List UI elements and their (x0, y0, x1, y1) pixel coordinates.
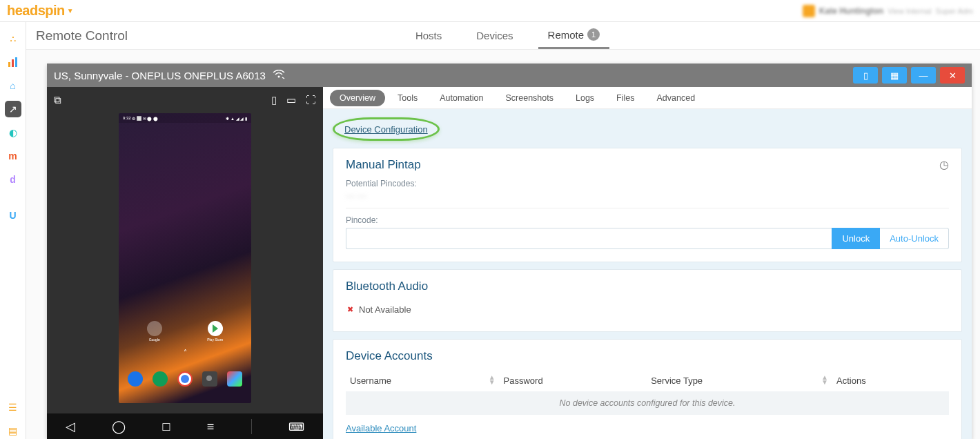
dock-gallery-icon[interactable] (227, 371, 242, 387)
fullscreen-icon[interactable]: ⛶ (306, 94, 316, 106)
bluetooth-heading: Bluetooth Audio (346, 280, 949, 293)
svg-rect-2 (15, 57, 17, 67)
status-right-icons: ✱ ▲ ◢ ◢ ▮ (226, 116, 247, 121)
app-google-label: Google (149, 338, 160, 342)
nav-p-icon[interactable]: ◐ (5, 124, 21, 141)
bluetooth-card: Bluetooth Audio ✖ Not Available (333, 269, 962, 332)
panel-tabs: Overview Tools Automation Screenshots Lo… (323, 87, 972, 109)
col-actions: Actions (832, 370, 949, 391)
sort-icon: ▲▼ (489, 375, 496, 384)
dock-phone-icon[interactable] (128, 371, 143, 387)
page-title: Remote Control (36, 28, 128, 43)
auto-unlock-button[interactable]: Auto-Unlock (880, 228, 949, 249)
app-playstore-label: Play Store (207, 338, 223, 342)
device-swap-icon[interactable]: ⧉ (54, 94, 61, 106)
svg-rect-0 (8, 62, 10, 67)
ptab-automation[interactable]: Automation (430, 90, 493, 106)
user-name: Kate Huntington (819, 6, 883, 16)
device-config-highlight: Device Configuration (333, 117, 440, 141)
svg-point-3 (277, 75, 280, 77)
keyboard-icon[interactable]: ⌨ (288, 420, 304, 433)
col-username[interactable]: Username▲▼ (346, 370, 500, 391)
status-left-icons: ⚙ ⬜ ✉ ⬤ ⬤ (132, 116, 158, 121)
user-menu[interactable]: Kate Huntington View Internal Super Adm (803, 5, 973, 17)
sub-header: Remote Control Hosts Devices Remote 1 (26, 22, 980, 50)
sort-icon: ▲▼ (821, 375, 828, 384)
col-service[interactable]: Service Type▲▼ (647, 370, 832, 391)
user-avatar-icon (803, 5, 815, 17)
nav-org-icon[interactable]: ⛬ (5, 30, 21, 47)
ptab-tools[interactable]: Tools (388, 90, 427, 106)
potential-pincodes-values: ···· ···· (346, 191, 949, 201)
app-google[interactable]: Google (147, 321, 162, 344)
nav-d-icon[interactable]: d (5, 171, 21, 188)
minimize-button[interactable]: — (911, 67, 936, 84)
accounts-heading: Device Accounts (346, 349, 949, 363)
phone-dock (119, 371, 251, 387)
tab-devices[interactable]: Devices (467, 22, 522, 49)
bluetooth-status: Not Available (359, 304, 411, 315)
ptab-advanced[interactable]: Advanced (647, 90, 705, 106)
pincode-label: Pincode: (346, 215, 949, 225)
android-nav-bar: ◁ ◯ □ ≡ ⌨ (47, 413, 323, 439)
device-window: US, Sunnyvale - ONEPLUS ONEPLUS A6013 ▯ … (47, 64, 972, 439)
history-icon[interactable]: ◷ (939, 158, 949, 171)
tab-hosts[interactable]: Hosts (406, 22, 451, 49)
potential-pincodes-label: Potential Pincodes: (346, 179, 949, 188)
close-button[interactable]: ✕ (940, 67, 965, 84)
remote-count-badge: 1 (587, 28, 600, 41)
ptab-logs[interactable]: Logs (566, 90, 604, 106)
left-nav-rail: ⛬ ⌂ ↗ ◐ m d U ☰ ▤ (0, 22, 26, 439)
pintap-heading: Manual Pintap (346, 158, 949, 172)
nav-menu-icon[interactable]: ≡ (207, 420, 215, 434)
dock-camera-icon[interactable] (202, 371, 217, 387)
device-titlebar: US, Sunnyvale - ONEPLUS ONEPLUS A6013 ▯ … (47, 64, 972, 87)
orientation-landscape-icon[interactable]: ▭ (286, 94, 296, 106)
device-configuration-link[interactable]: Device Configuration (344, 124, 428, 135)
pincode-input[interactable] (346, 228, 832, 249)
nav-back-icon[interactable]: ◁ (66, 419, 75, 434)
ptab-overview[interactable]: Overview (330, 90, 385, 106)
ptab-files[interactable]: Files (607, 90, 644, 106)
nav-home-button-icon[interactable]: ◯ (112, 419, 126, 434)
col-password[interactable]: Password (500, 370, 647, 391)
brand-logo[interactable]: headspin (7, 3, 65, 19)
rotate-portrait-button[interactable]: ▯ (853, 67, 878, 84)
app-playstore[interactable]: Play Store (207, 321, 223, 344)
device-viewer: ⧉ ▯ ▭ ⛶ 9:32 ⚙ ⬜ ✉ ⬤ ⬤ ✱ ▲ ◢ ◢ ▮ (47, 87, 323, 439)
nav-path-icon[interactable]: ↗ (5, 101, 21, 117)
top-header: headspin ▼ Kate Huntington View Internal… (0, 0, 980, 22)
nav-recents-icon[interactable]: □ (163, 420, 170, 434)
viewer-toolbar: ⧉ ▯ ▭ ⛶ (47, 87, 323, 113)
nav-chart-icon[interactable] (5, 54, 21, 70)
unlock-button[interactable]: Unlock (832, 228, 880, 249)
accounts-table: Username▲▼ Password Service Type▲▼ Actio… (346, 370, 949, 415)
divider (346, 208, 949, 208)
tab-remote-label: Remote (548, 29, 585, 41)
phone-status-bar: 9:32 ⚙ ⬜ ✉ ⬤ ⬤ ✱ ▲ ◢ ◢ ▮ (119, 113, 251, 123)
manual-pintap-card: ◷ Manual Pintap Potential Pincodes: ····… (333, 148, 962, 262)
dock-messages-icon[interactable] (153, 371, 168, 387)
phone-screen[interactable]: 9:32 ⚙ ⬜ ✉ ⬤ ⬤ ✱ ▲ ◢ ◢ ▮ Google Play Sto… (119, 113, 251, 403)
info-panel: Overview Tools Automation Screenshots Lo… (323, 87, 972, 439)
app-drawer-caret-icon[interactable]: ˄ (119, 349, 251, 356)
nav-separator (251, 419, 252, 434)
ptab-screenshots[interactable]: Screenshots (496, 90, 563, 106)
bluetooth-disabled-icon: ✖ (347, 305, 353, 314)
brand-menu-caret[interactable]: ▼ (67, 7, 74, 14)
svg-rect-1 (12, 59, 14, 67)
nav-u-icon[interactable]: U (5, 207, 21, 224)
status-time: 9:32 (123, 116, 131, 120)
nav-m-icon[interactable]: m (5, 148, 21, 164)
user-extra-2: Super Adm (936, 7, 973, 15)
dock-chrome-icon[interactable] (177, 371, 193, 387)
wifi-icon (273, 70, 285, 81)
top-tabs: Hosts Devices Remote 1 (406, 22, 609, 49)
nav-home-icon[interactable]: ⌂ (5, 77, 21, 94)
orientation-portrait-icon[interactable]: ▯ (271, 94, 277, 106)
nav-list-icon[interactable]: ☰ (5, 399, 21, 416)
nav-doc-icon[interactable]: ▤ (5, 422, 21, 439)
screenshot-button[interactable]: ▦ (882, 67, 907, 84)
tab-remote[interactable]: Remote 1 (538, 22, 610, 49)
available-account-link[interactable]: Available Account (346, 423, 416, 433)
